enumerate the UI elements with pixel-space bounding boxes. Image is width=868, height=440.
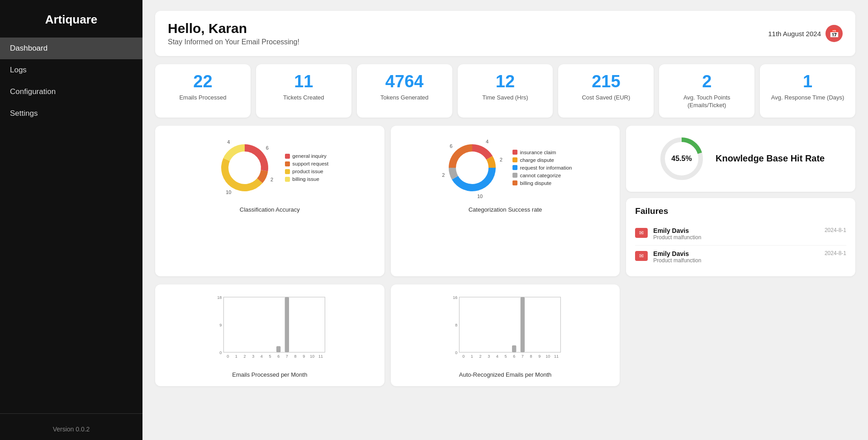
svg-text:5: 5	[269, 354, 271, 359]
legend-product-issue: product issue	[285, 169, 328, 174]
failures-list: ✉ Emily Davis Product malfunction 2024-8…	[635, 222, 846, 268]
svg-text:2: 2	[270, 177, 273, 182]
stat-card: 215 Cost Saved (EUR)	[558, 64, 654, 118]
stat-value: 215	[563, 72, 649, 91]
failure-info: Emily Davis Product malfunction	[653, 250, 819, 264]
auto-recognized-title: Auto-Recognized Emails per Month	[399, 371, 612, 378]
svg-text:7: 7	[521, 354, 523, 359]
svg-text:1: 1	[235, 354, 237, 359]
app-logo: Artiquare	[0, 0, 142, 38]
sidebar-item-dashboard[interactable]: Dashboard	[0, 38, 142, 59]
svg-text:9: 9	[219, 323, 222, 327]
svg-text:0: 0	[462, 354, 465, 359]
svg-text:8: 8	[455, 323, 457, 327]
svg-rect-47	[520, 297, 524, 352]
svg-text:0: 0	[227, 354, 229, 359]
classification-svg: 62104	[211, 134, 279, 202]
svg-text:10: 10	[310, 354, 314, 359]
svg-text:16: 16	[453, 295, 457, 300]
svg-text:8: 8	[530, 354, 532, 359]
classification-legend: general inquiry support request product …	[285, 153, 328, 182]
failure-name: Emily Davis	[653, 250, 819, 257]
header-card: Hello, Karan Stay Informed on Your Email…	[155, 11, 855, 56]
legend-request-info: request for information	[512, 165, 572, 170]
stat-card: 2 Avg. Touch Points (Emails/Ticket)	[659, 64, 754, 118]
legend-cannot-categorize: cannot categorize	[512, 173, 572, 178]
legend-support-request: support request	[285, 161, 328, 166]
svg-text:11: 11	[318, 354, 323, 359]
calendar-button[interactable]: 📅	[825, 25, 843, 42]
failure-description: Product malfunction	[653, 257, 819, 264]
svg-text:10: 10	[545, 354, 550, 359]
failure-name: Emily Davis	[653, 227, 819, 234]
version-label: Version 0.0.2	[0, 418, 142, 440]
legend-charge-dispute: charge dispute	[512, 157, 572, 163]
stat-card: 11 Tickets Created	[256, 64, 351, 118]
stat-label: Tokens Generated	[361, 94, 448, 102]
svg-text:6: 6	[277, 354, 280, 359]
svg-text:2: 2	[500, 156, 503, 162]
greeting: Hello, Karan	[168, 21, 299, 36]
svg-rect-46	[512, 345, 516, 352]
failure-description: Product malfunction	[653, 234, 819, 241]
failures-card: Failures ✉ Emily Davis Product malfuncti…	[626, 198, 855, 276]
categorization-legend: insurance claim charge dispute request f…	[512, 150, 572, 186]
placeholder-card	[626, 284, 855, 386]
failure-item: ✉ Emily Davis Product malfunction 2024-8…	[635, 222, 846, 246]
failure-info: Emily Davis Product malfunction	[653, 227, 819, 241]
stat-label: Avg. Touch Points (Emails/Ticket)	[664, 94, 750, 109]
legend-dot	[512, 157, 517, 162]
kb-label: Knowledge Base Hit Rate	[716, 153, 825, 164]
subgreeting: Stay Informed on Your Email Processing!	[168, 38, 299, 46]
svg-text:11: 11	[554, 354, 559, 359]
legend-dot	[285, 177, 290, 182]
stat-value: 1	[764, 72, 851, 91]
legend-dot	[512, 165, 517, 170]
classification-title: Classification Accuracy	[163, 206, 376, 213]
sidebar-item-logs[interactable]: Logs	[0, 59, 142, 81]
stat-label: Emails Processed	[160, 94, 246, 102]
svg-text:45.5%: 45.5%	[671, 155, 692, 162]
header-right: 11th August 2024 📅	[768, 25, 843, 42]
legend-general-inquiry: general inquiry	[285, 153, 328, 159]
sidebar: Artiquare Dashboard Logs Configuration S…	[0, 0, 142, 440]
svg-text:4: 4	[228, 139, 230, 145]
stats-row: 22 Emails Processed 11 Tickets Created 4…	[155, 64, 855, 118]
failure-date: 2024-8-1	[825, 250, 846, 256]
legend-dot	[285, 154, 290, 159]
svg-text:2: 2	[479, 354, 481, 359]
categorization-chart-card: 421026 insurance claim charge dispute re…	[391, 126, 620, 276]
svg-text:4: 4	[486, 138, 489, 144]
sidebar-item-settings[interactable]: Settings	[0, 103, 142, 124]
stat-label: Time Saved (Hrs)	[462, 94, 549, 102]
svg-rect-27	[223, 297, 325, 352]
svg-text:8: 8	[294, 354, 296, 359]
legend-dot	[285, 169, 290, 174]
main-content: Hello, Karan Stay Informed on Your Email…	[142, 0, 868, 440]
stat-value: 12	[462, 72, 549, 91]
kb-card: 45.5% Knowledge Base Hit Rate	[626, 126, 855, 192]
stat-card: 12 Time Saved (Hrs)	[458, 64, 553, 118]
sidebar-item-configuration[interactable]: Configuration	[0, 81, 142, 103]
svg-text:3: 3	[252, 354, 254, 359]
svg-text:2: 2	[243, 354, 246, 359]
stat-label: Avg. Response Time (Days)	[764, 94, 851, 102]
svg-text:18: 18	[217, 295, 222, 300]
failures-title: Failures	[635, 206, 846, 216]
svg-text:6: 6	[450, 143, 453, 149]
classification-donut: 62104 general inquiry support request pr…	[163, 134, 376, 202]
legend-dot	[512, 150, 517, 155]
stat-card: 1 Avg. Response Time (Days)	[760, 64, 855, 118]
auto-recognized-card: 081601234567891011 Auto-Recognized Email…	[391, 284, 620, 386]
stat-value: 22	[160, 72, 246, 91]
svg-text:10: 10	[226, 189, 232, 195]
categorization-title: Categorization Success rate	[399, 206, 612, 213]
failure-email-icon: ✉	[635, 251, 648, 261]
failure-item: ✉ Emily Davis Product malfunction 2024-8…	[635, 246, 846, 268]
sidebar-divider	[0, 413, 142, 414]
stat-label: Tickets Created	[261, 94, 347, 102]
legend-dot	[512, 180, 517, 185]
right-column: 45.5% Knowledge Base Hit Rate Failures ✉…	[626, 126, 855, 276]
sidebar-nav: Dashboard Logs Configuration Settings	[0, 38, 142, 409]
svg-text:6: 6	[266, 145, 269, 150]
